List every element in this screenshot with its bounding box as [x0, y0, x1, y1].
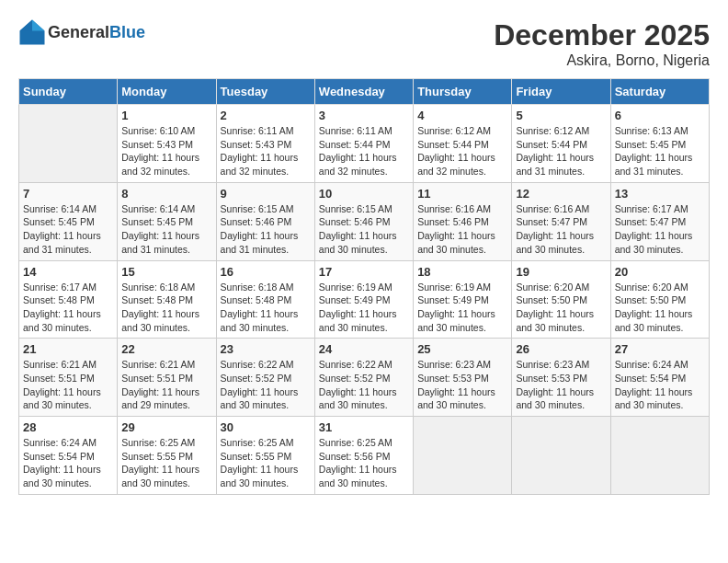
day-number: 9 — [221, 187, 311, 201]
calendar-cell: 23Sunrise: 6:22 AMSunset: 5:52 PMDayligh… — [216, 339, 314, 417]
calendar-cell: 5Sunrise: 6:12 AMSunset: 5:44 PMDaylight… — [512, 105, 610, 183]
weekday-header-tuesday: Tuesday — [216, 79, 314, 105]
calendar-cell: 31Sunrise: 6:25 AMSunset: 5:56 PMDayligh… — [314, 417, 413, 495]
calendar-week-row: 14Sunrise: 6:17 AMSunset: 5:48 PMDayligh… — [19, 260, 710, 339]
day-number: 31 — [319, 420, 409, 434]
cell-info: Sunrise: 6:17 AMSunset: 5:47 PMDaylight:… — [615, 203, 693, 255]
calendar-title: December 2025 — [494, 18, 710, 52]
calendar-cell: 26Sunrise: 6:23 AMSunset: 5:53 PMDayligh… — [512, 339, 610, 417]
day-number: 29 — [121, 420, 211, 434]
cell-info: Sunrise: 6:10 AMSunset: 5:43 PMDaylight:… — [121, 125, 199, 177]
day-number: 3 — [319, 109, 409, 122]
day-number: 17 — [319, 265, 409, 279]
day-number: 24 — [319, 342, 409, 356]
day-number: 12 — [516, 187, 606, 201]
cell-info: Sunrise: 6:24 AMSunset: 5:54 PMDaylight:… — [615, 359, 693, 410]
day-number: 23 — [221, 342, 311, 356]
calendar-week-row: 28Sunrise: 6:24 AMSunset: 5:54 PMDayligh… — [19, 417, 710, 495]
svg-marker-2 — [20, 20, 33, 31]
calendar-cell — [19, 105, 118, 183]
day-number: 10 — [319, 187, 409, 201]
calendar-cell: 29Sunrise: 6:25 AMSunset: 5:55 PMDayligh… — [118, 417, 216, 495]
calendar-cell: 24Sunrise: 6:22 AMSunset: 5:52 PMDayligh… — [314, 339, 413, 417]
calendar-cell: 22Sunrise: 6:21 AMSunset: 5:51 PMDayligh… — [118, 339, 216, 417]
day-number: 4 — [417, 109, 507, 122]
cell-info: Sunrise: 6:12 AMSunset: 5:44 PMDaylight:… — [516, 125, 594, 177]
cell-info: Sunrise: 6:19 AMSunset: 5:49 PMDaylight:… — [417, 282, 495, 333]
weekday-header-row: SundayMondayTuesdayWednesdayThursdayFrid… — [19, 79, 710, 105]
calendar-cell: 8Sunrise: 6:14 AMSunset: 5:45 PMDaylight… — [118, 182, 216, 260]
calendar-table: SundayMondayTuesdayWednesdayThursdayFrid… — [18, 78, 710, 495]
cell-info: Sunrise: 6:12 AMSunset: 5:44 PMDaylight:… — [417, 125, 495, 177]
day-number: 21 — [23, 342, 113, 356]
calendar-cell: 27Sunrise: 6:24 AMSunset: 5:54 PMDayligh… — [610, 339, 709, 417]
cell-info: Sunrise: 6:16 AMSunset: 5:46 PMDaylight:… — [417, 203, 495, 255]
day-number: 5 — [516, 109, 606, 122]
day-number: 6 — [615, 109, 705, 122]
calendar-cell: 1Sunrise: 6:10 AMSunset: 5:43 PMDaylight… — [118, 105, 216, 183]
cell-info: Sunrise: 6:14 AMSunset: 5:45 PMDaylight:… — [121, 203, 199, 255]
cell-info: Sunrise: 6:13 AMSunset: 5:45 PMDaylight:… — [615, 125, 693, 177]
day-number: 15 — [121, 265, 211, 279]
cell-info: Sunrise: 6:20 AMSunset: 5:50 PMDaylight:… — [516, 282, 594, 333]
cell-info: Sunrise: 6:25 AMSunset: 5:55 PMDaylight:… — [121, 437, 199, 488]
logo: GeneralBlue — [18, 18, 145, 46]
cell-info: Sunrise: 6:22 AMSunset: 5:52 PMDaylight:… — [221, 359, 299, 410]
calendar-cell: 2Sunrise: 6:11 AMSunset: 5:43 PMDaylight… — [216, 105, 314, 183]
day-number: 14 — [23, 265, 113, 279]
logo-blue-text: Blue — [109, 23, 145, 41]
cell-info: Sunrise: 6:22 AMSunset: 5:52 PMDaylight:… — [319, 359, 397, 410]
calendar-cell: 15Sunrise: 6:18 AMSunset: 5:48 PMDayligh… — [118, 260, 216, 339]
day-number: 2 — [221, 109, 311, 122]
cell-info: Sunrise: 6:21 AMSunset: 5:51 PMDaylight:… — [23, 359, 101, 410]
logo-general-text: General — [48, 23, 109, 41]
cell-info: Sunrise: 6:11 AMSunset: 5:43 PMDaylight:… — [221, 125, 299, 177]
calendar-cell: 16Sunrise: 6:18 AMSunset: 5:48 PMDayligh… — [216, 260, 314, 339]
cell-info: Sunrise: 6:19 AMSunset: 5:49 PMDaylight:… — [319, 282, 397, 333]
calendar-cell: 3Sunrise: 6:11 AMSunset: 5:44 PMDaylight… — [314, 105, 413, 183]
calendar-week-row: 21Sunrise: 6:21 AMSunset: 5:51 PMDayligh… — [19, 339, 710, 417]
cell-info: Sunrise: 6:20 AMSunset: 5:50 PMDaylight:… — [615, 282, 693, 333]
calendar-cell: 18Sunrise: 6:19 AMSunset: 5:49 PMDayligh… — [414, 260, 512, 339]
calendar-cell: 9Sunrise: 6:15 AMSunset: 5:46 PMDaylight… — [216, 182, 314, 260]
page-header: GeneralBlue December 2025 Askira, Borno,… — [18, 18, 710, 69]
logo-icon — [18, 18, 46, 46]
weekday-header-friday: Friday — [512, 79, 610, 105]
calendar-cell — [414, 417, 512, 495]
weekday-header-saturday: Saturday — [610, 79, 709, 105]
day-number: 13 — [615, 187, 705, 201]
day-number: 20 — [615, 265, 705, 279]
day-number: 19 — [516, 265, 606, 279]
calendar-week-row: 7Sunrise: 6:14 AMSunset: 5:45 PMDaylight… — [19, 182, 710, 260]
calendar-cell — [610, 417, 709, 495]
cell-info: Sunrise: 6:11 AMSunset: 5:44 PMDaylight:… — [319, 125, 397, 177]
day-number: 8 — [121, 187, 211, 201]
cell-info: Sunrise: 6:15 AMSunset: 5:46 PMDaylight:… — [221, 203, 299, 255]
weekday-header-thursday: Thursday — [414, 79, 512, 105]
calendar-cell: 6Sunrise: 6:13 AMSunset: 5:45 PMDaylight… — [610, 105, 709, 183]
calendar-cell: 14Sunrise: 6:17 AMSunset: 5:48 PMDayligh… — [19, 260, 118, 339]
cell-info: Sunrise: 6:14 AMSunset: 5:45 PMDaylight:… — [23, 203, 101, 255]
weekday-header-wednesday: Wednesday — [314, 79, 413, 105]
calendar-cell: 17Sunrise: 6:19 AMSunset: 5:49 PMDayligh… — [314, 260, 413, 339]
day-number: 1 — [121, 109, 211, 122]
calendar-cell: 30Sunrise: 6:25 AMSunset: 5:55 PMDayligh… — [216, 417, 314, 495]
day-number: 25 — [417, 342, 507, 356]
title-block: December 2025 Askira, Borno, Nigeria — [494, 18, 710, 69]
calendar-cell: 4Sunrise: 6:12 AMSunset: 5:44 PMDaylight… — [414, 105, 512, 183]
cell-info: Sunrise: 6:15 AMSunset: 5:46 PMDaylight:… — [319, 203, 397, 255]
calendar-week-row: 1Sunrise: 6:10 AMSunset: 5:43 PMDaylight… — [19, 105, 710, 183]
calendar-cell: 25Sunrise: 6:23 AMSunset: 5:53 PMDayligh… — [414, 339, 512, 417]
cell-info: Sunrise: 6:16 AMSunset: 5:47 PMDaylight:… — [516, 203, 594, 255]
calendar-cell: 12Sunrise: 6:16 AMSunset: 5:47 PMDayligh… — [512, 182, 610, 260]
cell-info: Sunrise: 6:25 AMSunset: 5:55 PMDaylight:… — [221, 437, 299, 488]
svg-marker-1 — [32, 20, 45, 31]
calendar-cell: 13Sunrise: 6:17 AMSunset: 5:47 PMDayligh… — [610, 182, 709, 260]
calendar-cell — [512, 417, 610, 495]
weekday-header-monday: Monday — [118, 79, 216, 105]
calendar-cell: 7Sunrise: 6:14 AMSunset: 5:45 PMDaylight… — [19, 182, 118, 260]
day-number: 7 — [23, 187, 113, 201]
calendar-cell: 28Sunrise: 6:24 AMSunset: 5:54 PMDayligh… — [19, 417, 118, 495]
day-number: 11 — [417, 187, 507, 201]
calendar-cell: 10Sunrise: 6:15 AMSunset: 5:46 PMDayligh… — [314, 182, 413, 260]
